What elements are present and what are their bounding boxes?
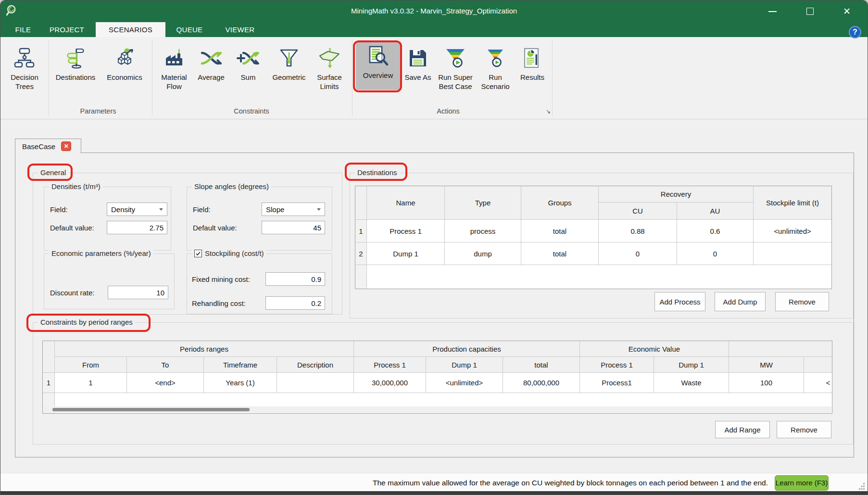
constraints-cell-total[interactable]: 80,000,000: [503, 373, 580, 393]
destinations-cell-cu[interactable]: 0.88: [599, 220, 677, 242]
slope-field-dropdown[interactable]: Slope: [262, 203, 325, 216]
resize-grip[interactable]: [858, 483, 865, 490]
constraints-cell-to[interactable]: <end>: [127, 373, 204, 393]
constraints-cell-from[interactable]: 1: [55, 373, 127, 393]
tab-close-button[interactable]: ✕: [61, 141, 71, 151]
constraints-cell-mw[interactable]: 100: [729, 373, 804, 393]
constraints-cell-process1[interactable]: 30,000,000: [354, 373, 426, 393]
destinations-cell-groups[interactable]: total: [521, 220, 599, 242]
destinations-cell-name[interactable]: Dump 1: [367, 242, 445, 265]
actions-dialog-launcher-icon[interactable]: [545, 108, 551, 114]
remove-range-button[interactable]: Remove: [777, 421, 831, 438]
remove-destination-button[interactable]: Remove: [775, 292, 829, 311]
toolbar-button-surface-limits[interactable]: Surface Limits: [311, 46, 348, 91]
fixed-mining-cost-input[interactable]: [265, 272, 325, 286]
toolbar-button-economics[interactable]: Economics: [102, 46, 147, 82]
run-scenario-icon: [484, 46, 507, 71]
stockpiling-checkbox[interactable]: [194, 250, 202, 257]
destinations-cell-stockpile[interactable]: [754, 242, 831, 265]
destinations-cell-name[interactable]: Process 1: [367, 220, 445, 242]
add-range-button[interactable]: Add Range: [715, 421, 770, 438]
destinations-cell-au[interactable]: 0: [677, 242, 754, 265]
minimize-button[interactable]: [761, 0, 783, 22]
constraints-cell-timeframe[interactable]: Years (1): [204, 373, 277, 393]
destinations-cell-groups[interactable]: total: [521, 242, 599, 265]
app-window: MiningMath v3.0.32 - Marvin_Strategy_Opt…: [0, 0, 868, 495]
average-arrows-icon: [200, 46, 223, 71]
destinations-cell-cu[interactable]: 0: [599, 242, 677, 265]
constraints-cell-description[interactable]: [277, 373, 354, 393]
constraints-header-timeframe: Timeframe: [204, 357, 277, 373]
constraints-header-process1: Process 1: [354, 357, 426, 373]
menu-project[interactable]: PROJECT: [38, 22, 96, 37]
help-button[interactable]: ?: [849, 26, 861, 38]
constraints-cell-dump1[interactable]: <unlimited>: [426, 373, 503, 393]
close-button[interactable]: ✕: [836, 0, 858, 22]
toolbar-button-results[interactable]: Results: [515, 46, 550, 82]
slope-field-label: Field:: [193, 205, 211, 214]
toolbar-button-overview[interactable]: Overview: [356, 42, 400, 90]
toolbar-button-run-super-best-case[interactable]: Run Super Best Case: [434, 46, 477, 91]
stockpiling-groupbox: Stockpiling (cost/t) Fixed mining cost: …: [187, 254, 332, 314]
constraints-header-clipped: [804, 357, 832, 373]
destinations-cell-au[interactable]: 0.6: [677, 220, 754, 242]
toolbar-button-material-flow[interactable]: Material Flow: [154, 46, 194, 91]
destinations-table: Name Type Groups Recovery Stockpile limi…: [355, 186, 832, 289]
toolbar-button-save-as[interactable]: Save As: [403, 46, 432, 82]
constraints-header-dump1: Dump 1: [426, 357, 503, 373]
learn-more-button[interactable]: Learn more (F3): [775, 475, 829, 491]
results-report-icon: [521, 46, 544, 71]
menu-scenarios[interactable]: SCENARIOS: [96, 22, 165, 37]
destinations-cell-stockpile[interactable]: <unlimited>: [754, 220, 831, 242]
destinations-cell-type[interactable]: dump: [445, 242, 521, 265]
titlebar[interactable]: MiningMath v3.0.32 - Marvin_Strategy_Opt…: [0, 0, 868, 22]
close-icon: ✕: [843, 7, 851, 16]
economic-parameters-groupbox: Economic parameters (%/year) Discount ra…: [44, 254, 175, 309]
constraints-header-mw: MW: [729, 357, 804, 373]
menu-queue[interactable]: QUEUE: [165, 22, 214, 37]
rehandling-cost-input[interactable]: [265, 296, 325, 310]
chevron-down-icon: [159, 208, 163, 211]
scenario-panel: General Densities (t/m³) Field: Density …: [15, 152, 854, 457]
toolbar-button-destinations[interactable]: Destinations: [53, 46, 98, 82]
constraints-header-total: total: [503, 357, 580, 373]
toolbar-button-run-scenario[interactable]: Run Scenario: [478, 46, 512, 91]
add-process-button[interactable]: Add Process: [654, 292, 705, 311]
maximize-icon: [806, 8, 814, 15]
toolbar-button-sum[interactable]: Sum: [231, 46, 265, 82]
horizontal-scrollbar[interactable]: [43, 406, 831, 413]
toolbar-button-decision-trees[interactable]: Decision Trees: [4, 46, 45, 91]
material-flow-factory-icon: [163, 46, 186, 71]
menu-viewer[interactable]: VIEWER: [214, 22, 266, 37]
surface-limits-icon: [318, 46, 341, 71]
scrollbar-thumb[interactable]: [52, 408, 250, 411]
tab-close-icon: ✕: [64, 143, 69, 150]
constraints-cell-ev-dump1[interactable]: Waste: [654, 373, 729, 393]
discount-rate-input[interactable]: [108, 286, 168, 299]
slope-default-input[interactable]: [262, 221, 325, 234]
minimize-icon: [768, 11, 777, 12]
constraints-cell-clipped[interactable]: <: [804, 373, 832, 393]
toolbar-button-geometric[interactable]: Geometric: [268, 46, 310, 82]
densities-field-dropdown[interactable]: Density: [107, 203, 167, 216]
tab-basecase[interactable]: BaseCase ✕: [15, 139, 81, 153]
toolbar-button-average[interactable]: Average: [194, 46, 228, 82]
densities-default-input[interactable]: [107, 221, 167, 234]
constraints-header-to: To: [127, 357, 204, 373]
maximize-button[interactable]: [799, 0, 821, 22]
constraints-cell-ev-process1[interactable]: Process1: [580, 373, 654, 393]
row-number: 2: [355, 242, 367, 265]
add-dump-button[interactable]: Add Dump: [715, 292, 766, 311]
help-icon: ?: [853, 28, 857, 37]
overview-magnifier-icon: [366, 44, 390, 69]
window-title: MiningMath v3.0.32 - Marvin_Strategy_Opt…: [351, 7, 517, 15]
menu-file[interactable]: FILE: [8, 22, 38, 37]
group-header-empty: [729, 341, 832, 357]
decision-trees-icon: [13, 46, 36, 71]
discount-rate-label: Discount rate:: [50, 289, 95, 297]
toolbar-group-divider: [352, 40, 352, 116]
destinations-cell-type[interactable]: process: [445, 220, 521, 242]
slope-angles-label: Slope angles (degrees): [192, 182, 271, 190]
constraints-groupbox: Constraints by period ranges Periods ran…: [33, 322, 854, 444]
constraints-table: Periods ranges Production capacities Eco…: [42, 341, 832, 414]
